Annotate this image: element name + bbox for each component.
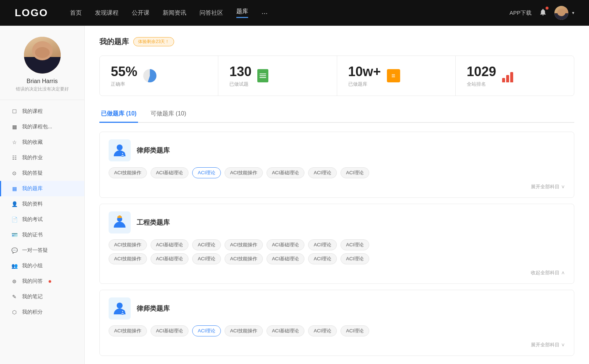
tab-todo[interactable]: 可做题库 (10) <box>149 106 188 122</box>
sidebar-item-group[interactable]: 👥 我的小组 <box>0 258 84 274</box>
tag-1-4[interactable]: ACI基础理论 <box>267 239 305 250</box>
qa-badge <box>49 280 51 283</box>
sidebar-item-exam[interactable]: 📄 我的考试 <box>0 212 84 227</box>
question-circle-icon: ⊙ <box>11 170 18 176</box>
sidebar-item-homework[interactable]: ☷ 我的作业 <box>0 150 84 165</box>
nav-open-course[interactable]: 公开课 <box>132 9 149 17</box>
tag-2-5[interactable]: ACI理论 <box>308 325 337 336</box>
stat-done-banks-label: 已做题库 <box>348 81 381 88</box>
qbank-card-2-tags: ACI技能操作 ACI基础理论 ACI理论 ACI技能操作 ACI基础理论 AC… <box>109 325 565 336</box>
tag-2-2[interactable]: ACI理论 <box>192 325 221 336</box>
doc-line-1 <box>260 74 266 74</box>
nav-discover[interactable]: 发现课程 <box>95 9 119 17</box>
nav-more[interactable]: ··· <box>261 9 268 17</box>
sidebar-item-course-package[interactable]: ▦ 我的课程包... <box>0 119 84 135</box>
logo[interactable]: LOGO <box>15 7 48 19</box>
tag-1-3[interactable]: ACI技能操作 <box>225 239 263 250</box>
chart-bar-1 <box>502 78 505 82</box>
header: LOGO 首页 发现课程 公开课 新闻资讯 问答社区 题库 ··· APP下载 … <box>0 0 589 26</box>
tag-1-6[interactable]: ACI理论 <box>341 239 369 250</box>
tag-1-10[interactable]: ACI技能操作 <box>225 253 263 264</box>
stat-rank-value: 1029 <box>467 64 496 79</box>
tag-0-5[interactable]: ACI理论 <box>308 167 337 178</box>
tag-2-4[interactable]: ACI基础理论 <box>267 325 305 336</box>
tag-1-12[interactable]: ACI理论 <box>308 253 337 264</box>
trial-badge: 体验剩余23天！ <box>133 37 174 46</box>
qa-icon: ⊚ <box>11 278 18 285</box>
sidebar-item-certificate[interactable]: 🪪 我的证书 <box>0 227 84 243</box>
tab-done[interactable]: 已做题库 (10) <box>99 106 138 122</box>
assignment-icon: ☷ <box>11 154 18 161</box>
person-icon: 👤 <box>11 201 18 207</box>
coin-icon: ⬡ <box>11 309 18 315</box>
tag-1-5[interactable]: ACI理论 <box>308 239 337 250</box>
tag-0-4[interactable]: ACI基础理论 <box>267 167 305 178</box>
lawyer-icon-2 <box>112 300 128 317</box>
sidebar-item-my-answers[interactable]: ⊙ 我的答疑 <box>0 165 84 181</box>
user-menu[interactable]: ▾ <box>554 6 574 20</box>
doc-lines <box>260 74 266 78</box>
svg-rect-5 <box>119 215 121 217</box>
tag-0-2[interactable]: ACI理论 <box>192 167 221 178</box>
tag-2-6[interactable]: ACI理论 <box>341 325 369 336</box>
tabs: 已做题库 (10) 可做题库 (10) <box>99 106 574 123</box>
svg-point-2 <box>122 155 123 156</box>
nav-home[interactable]: 首页 <box>70 9 82 17</box>
exam-icon: 📄 <box>11 216 18 223</box>
qbank-card-2-title: 律师类题库 <box>137 304 170 313</box>
sidebar-item-points[interactable]: ⬡ 我的积分 <box>0 304 84 320</box>
tag-0-6[interactable]: ACI理论 <box>341 167 369 178</box>
sidebar-item-my-qa[interactable]: ⊚ 我的问答 <box>0 274 84 289</box>
sidebar-item-profile[interactable]: 👤 我的资料 <box>0 196 84 212</box>
doc-line-2 <box>260 75 266 76</box>
tag-1-0[interactable]: ACI技能操作 <box>109 239 147 250</box>
stat-done-questions-label: 已做试题 <box>229 81 251 88</box>
tag-1-8[interactable]: ACI基础理论 <box>151 253 189 264</box>
user-chevron-down-icon[interactable]: ▾ <box>572 10 574 15</box>
notification-bell[interactable] <box>539 8 547 18</box>
accuracy-pie-icon <box>143 69 156 82</box>
tag-0-1[interactable]: ACI基础理论 <box>151 167 189 178</box>
tag-1-1[interactable]: ACI基础理论 <box>151 239 189 250</box>
nav-news[interactable]: 新闻资讯 <box>163 9 186 17</box>
sidebar-item-my-course[interactable]: ☐ 我的课程 <box>0 104 84 119</box>
sidebar-item-tutor[interactable]: 💬 一对一答疑 <box>0 243 84 258</box>
tag-1-7[interactable]: ACI技能操作 <box>109 253 147 264</box>
stat-done-questions-value: 130 <box>229 64 251 79</box>
tag-1-9[interactable]: ACI理论 <box>192 253 221 264</box>
tag-0-3[interactable]: ACI技能操作 <box>225 167 263 178</box>
tag-1-13[interactable]: ACI理论 <box>341 253 369 264</box>
lawyer-icon <box>112 142 128 158</box>
qbank-card-1-title: 工程类题库 <box>137 218 170 227</box>
tag-2-0[interactable]: ACI技能操作 <box>109 325 147 336</box>
svg-point-8 <box>122 313 123 314</box>
sidebar-item-notes[interactable]: ✎ 我的笔记 <box>0 289 84 304</box>
tag-2-3[interactable]: ACI技能操作 <box>225 325 263 336</box>
bell-icon <box>539 8 547 16</box>
sidebar-item-qbank[interactable]: ▦ 我的题库 <box>0 181 84 196</box>
nav-qbank[interactable]: 题库 <box>236 8 248 18</box>
tag-2-1[interactable]: ACI基础理论 <box>151 325 189 336</box>
bank-icon: ≡ <box>387 69 400 82</box>
qbank-card-1-tags-row1: ACI技能操作 ACI基础理论 ACI理论 ACI技能操作 ACI基础理论 AC… <box>109 239 565 250</box>
qbank-card-1-collapse[interactable]: 收起全部科目 ∧ <box>109 267 565 276</box>
profile-motto: 错误的决定比没有决定要好 <box>16 86 69 92</box>
nav-qa[interactable]: 问答社区 <box>200 9 223 17</box>
qbank-card-0-expand[interactable]: 展开全部科目 ∨ <box>109 181 565 190</box>
stat-accuracy-label: 正确率 <box>111 81 137 88</box>
tag-1-2[interactable]: ACI理论 <box>192 239 221 250</box>
chat-icon: 💬 <box>11 247 18 254</box>
tag-0-0[interactable]: ACI技能操作 <box>109 167 147 178</box>
main-nav: 首页 发现课程 公开课 新闻资讯 问答社区 题库 ··· <box>70 8 509 18</box>
qbank-card-1-header: 工程类题库 <box>109 211 565 233</box>
qbank-icon-0 <box>109 139 131 161</box>
qbank-card-2-header: 律师类题库 <box>109 297 565 320</box>
sidebar: Brian Harris 错误的决定比没有决定要好 ☐ 我的课程 ▦ 我的课程包… <box>0 26 85 364</box>
sidebar-item-favorites[interactable]: ☆ 我的收藏 <box>0 135 84 150</box>
profile-name: Brian Harris <box>27 78 57 85</box>
tag-1-11[interactable]: ACI基础理论 <box>267 253 305 264</box>
app-download-button[interactable]: APP下载 <box>509 10 532 17</box>
qbank-card-2-expand[interactable]: 展开全部科目 ∨ <box>109 339 565 348</box>
user-avatar[interactable] <box>554 6 568 20</box>
star-icon: ☆ <box>11 139 18 146</box>
